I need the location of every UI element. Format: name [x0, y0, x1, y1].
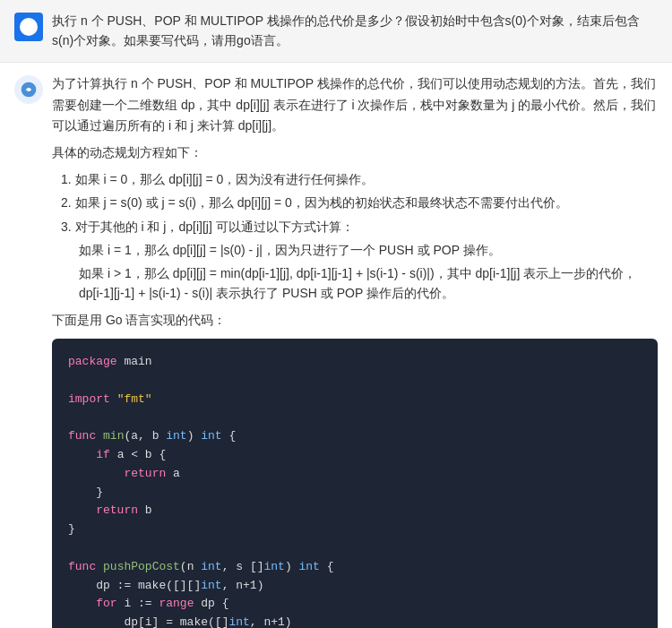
sub-steps-list: 如果 i = 1，那么 dp[i][j] = |s(0) - j|，因为只进行了…	[79, 240, 658, 303]
sub-step-2: 如果 i > 1，那么 dp[i][j] = min(dp[i-1][j], d…	[79, 263, 658, 304]
ai-logo-icon	[20, 81, 38, 99]
sub-step-1: 如果 i = 1，那么 dp[i][j] = |s(0) - j|，因为只进行了…	[79, 240, 658, 260]
kw-func-pushpop: func	[68, 560, 96, 573]
fn-pushpopcost: pushPopCost	[103, 560, 180, 573]
fn-min: min	[103, 429, 124, 443]
str-fmt: "fmt"	[117, 392, 152, 406]
code-block: package main import "fmt" func min(a, b …	[52, 339, 658, 628]
step-3: 3. 对于其他的 i 和 j，dp[i][j] 可以通过以下方式计算：	[61, 217, 658, 237]
chat-container: 执行 n 个 PUSH、POP 和 MULTIPOP 栈操作的总代价是多少？假设…	[0, 0, 672, 628]
numbered-steps-list: 1. 如果 i = 0，那么 dp[i][j] = 0，因为没有进行任何操作。 …	[61, 169, 658, 237]
ai-avatar	[14, 75, 43, 104]
ai-steps-intro: 具体的动态规划方程如下：	[52, 142, 658, 164]
code-intro-text: 下面是用 Go 语言实现的代码：	[52, 310, 658, 331]
user-avatar-icon	[20, 18, 38, 36]
kw2-int-1: int	[166, 429, 186, 443]
kw-return-b: return	[96, 503, 138, 517]
kw-package: package	[68, 355, 117, 368]
kw2-int-ret: int	[299, 560, 320, 573]
ai-message-block: 为了计算执行 n 个 PUSH、POP 和 MULTIPOP 栈操作的总代价，我…	[0, 63, 672, 628]
kw-if: if	[96, 448, 110, 461]
kw-return-a: return	[124, 467, 166, 480]
kw-func-min: func	[68, 429, 96, 443]
step-2: 2. 如果 j = s(0) 或 j = s(i)，那么 dp[i][j] = …	[61, 193, 658, 212]
user-avatar	[14, 13, 43, 41]
kw2-int-make: int	[228, 615, 249, 628]
kw-range: range	[159, 597, 194, 610]
kw2-int-s: int	[263, 560, 284, 573]
ai-intro-text: 为了计算执行 n 个 PUSH、POP 和 MULTIPOP 栈操作的总代价，我…	[52, 73, 658, 137]
kw-for: for	[96, 597, 116, 610]
user-message-text: 执行 n 个 PUSH、POP 和 MULTIPOP 栈操作的总代价是多少？假设…	[52, 11, 658, 51]
ai-message-content: 为了计算执行 n 个 PUSH、POP 和 MULTIPOP 栈操作的总代价，我…	[52, 73, 658, 628]
kw-import: import	[68, 392, 110, 406]
kw2-int-dp: int	[201, 579, 221, 592]
kw2-int-n: int	[201, 560, 221, 573]
user-message-block: 执行 n 个 PUSH、POP 和 MULTIPOP 栈操作的总代价是多少？假设…	[0, 0, 672, 63]
kw2-int-2: int	[201, 429, 221, 443]
code-pre: package main import "fmt" func min(a, b …	[68, 353, 642, 628]
step-1: 1. 如果 i = 0，那么 dp[i][j] = 0，因为没有进行任何操作。	[61, 169, 658, 189]
svg-point-1	[27, 88, 30, 90]
